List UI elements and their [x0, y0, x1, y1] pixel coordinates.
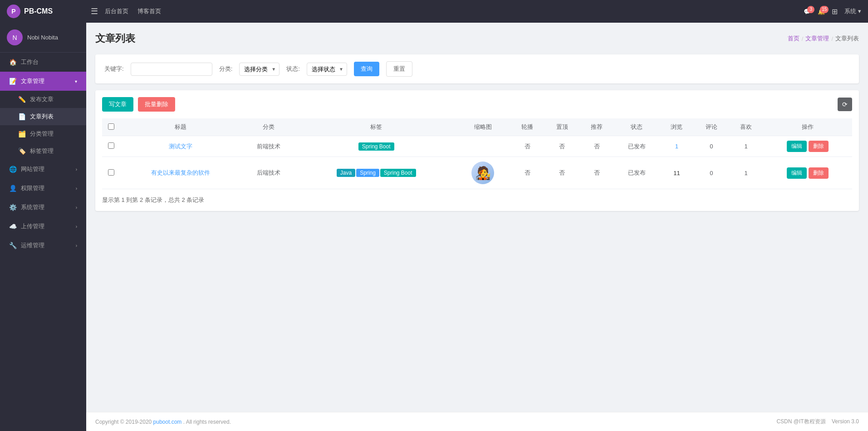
thumbnail-image: 🧑‍🎤: [471, 162, 494, 184]
row-checkbox-1[interactable]: [108, 169, 114, 176]
sidebar-item-publish-article[interactable]: ✏️ 发布文章: [0, 91, 86, 108]
sidebar-item-article-mgmt[interactable]: 📝 文章管理 ▾: [0, 72, 86, 91]
app-name: PB-CMS: [24, 7, 53, 15]
sidebar-label-workbench: 工作台: [21, 58, 77, 66]
sidebar-item-category-mgmt[interactable]: 🗂️ 分类管理: [0, 125, 86, 142]
search-input[interactable]: [131, 63, 212, 76]
sidebar-item-workbench[interactable]: 🏠 工作台: [0, 53, 86, 72]
th-checkbox: [102, 118, 120, 136]
th-category: 分类: [240, 118, 297, 136]
breadcrumb-sep-2: /: [831, 35, 833, 42]
chevron-right-icon-3: ›: [76, 205, 77, 210]
article-title-0[interactable]: 测试文字: [169, 143, 192, 150]
views-count-0: 1: [675, 143, 678, 150]
edit-button-1[interactable]: 编辑: [787, 167, 807, 179]
th-actions: 操作: [763, 118, 852, 136]
sidebar: N Nobi Nobita 🏠 工作台 📝 文章管理 ▾ ✏️ 发布文章 📄 文…: [0, 23, 86, 431]
keyword-label: 关键字:: [104, 65, 124, 73]
sticky-0: 否: [545, 136, 579, 157]
nav-admin-home[interactable]: 后台首页: [105, 7, 128, 15]
status-select[interactable]: 选择状态 已发布 草稿: [307, 63, 347, 76]
search-button[interactable]: 查询: [354, 62, 379, 76]
article-table: 标题 分类 标签 缩略图 轮播 置顶 推荐 状态 浏览 评论 喜欢 操作: [102, 118, 852, 189]
system-icon: ⚙️: [9, 204, 16, 211]
sidebar-item-system-mgmt[interactable]: ⚙️ 系统管理 ›: [0, 198, 86, 217]
select-all-checkbox[interactable]: [108, 123, 114, 130]
hamburger-icon[interactable]: ☰: [91, 6, 98, 16]
edit-button-0[interactable]: 编辑: [787, 141, 807, 152]
search-bar: 关键字: 分类: 选择分类 前端技术 后端技术 状态: 选择状态 已发布 草稿: [95, 54, 859, 83]
write-article-button[interactable]: 写文章: [102, 97, 133, 112]
sidebar-label-category: 分类管理: [30, 130, 77, 138]
sidebar-label-upload: 上传管理: [21, 222, 71, 230]
status-0: 已发布: [614, 136, 659, 157]
breadcrumb-article-mgmt[interactable]: 文章管理: [805, 34, 829, 43]
tag-label: Spring: [356, 169, 379, 177]
edit-icon: ✏️: [18, 96, 25, 103]
category-select[interactable]: 选择分类 前端技术 后端技术: [239, 63, 280, 76]
sidebar-label-system: 系统管理: [21, 203, 71, 211]
th-carousel: 轮播: [510, 118, 544, 136]
sidebar-item-devops-mgmt[interactable]: 🔧 运维管理 ›: [0, 236, 86, 255]
site-icon: 🌐: [9, 166, 16, 173]
article-title-1[interactable]: 有史以来最复杂的软件: [151, 169, 210, 176]
user-name: Nobi Nobita: [27, 34, 58, 41]
batch-delete-button[interactable]: 批量删除: [138, 97, 175, 112]
message-count: 15: [820, 6, 829, 13]
article-icon: 📝: [9, 78, 16, 85]
delete-button-1[interactable]: 删除: [809, 167, 829, 179]
system-menu[interactable]: 系统 ▾: [844, 7, 861, 15]
sidebar-user: N Nobi Nobita: [0, 23, 86, 53]
footer: Copyright © 2019-2020 puboot.com . All r…: [86, 412, 868, 431]
footer-link[interactable]: puboot.com: [153, 419, 182, 425]
thumbnail-0: [456, 136, 510, 157]
th-tags: 标签: [297, 118, 456, 136]
th-comments: 评论: [694, 118, 729, 136]
likes-0: 1: [729, 136, 763, 157]
delete-button-0[interactable]: 删除: [809, 141, 829, 152]
sidebar-label-devops: 运维管理: [21, 241, 71, 250]
table-row: 有史以来最复杂的软件后端技术JavaSpringSpring Boot🧑‍🎤否否…: [102, 157, 852, 189]
sidebar-item-tag-mgmt[interactable]: 🏷️ 标签管理: [0, 142, 86, 160]
article-tags-1: JavaSpringSpring Boot: [297, 157, 456, 189]
carousel-1: 否: [510, 157, 544, 189]
footer-version: CSDN @IT教程资源 Version 3.0: [776, 418, 859, 426]
sidebar-item-site-mgmt[interactable]: 🌐 网站管理 ›: [0, 160, 86, 179]
refresh-button[interactable]: ⟳: [838, 98, 852, 111]
upload-icon: ☁️: [9, 223, 16, 230]
notification-bell[interactable]: 💬 3: [804, 8, 811, 15]
pagination-info: 显示第 1 到第 2 条记录，总共 2 条记录: [102, 196, 852, 204]
toolbar-left: 写文章 批量删除: [102, 97, 175, 112]
breadcrumb-home[interactable]: 首页: [788, 34, 799, 43]
chevron-right-icon-2: ›: [76, 186, 77, 191]
likes-1: 1: [729, 157, 763, 189]
tag-label: Spring Boot: [358, 142, 394, 151]
tag-label: Spring Boot: [380, 169, 416, 177]
grid-icon[interactable]: ⊞: [832, 7, 838, 16]
reset-button[interactable]: 重置: [386, 61, 412, 77]
status-select-wrapper: 选择状态 已发布 草稿: [307, 63, 347, 76]
sidebar-item-upload-mgmt[interactable]: ☁️ 上传管理 ›: [0, 217, 86, 236]
sidebar-label-article-mgmt: 文章管理: [21, 77, 70, 85]
row-checkbox-0[interactable]: [108, 142, 114, 149]
chevron-right-icon-5: ›: [76, 243, 77, 248]
header-nav: 后台首页 博客首页: [105, 7, 804, 15]
chevron-right-icon-4: ›: [76, 224, 77, 229]
thumbnail-1: 🧑‍🎤: [456, 157, 510, 189]
sidebar-label-tag: 标签管理: [30, 147, 77, 155]
sticky-1: 否: [545, 157, 579, 189]
permission-icon: 👤: [9, 185, 16, 192]
actions-0: 编辑 删除: [763, 136, 852, 157]
tag-label: Java: [337, 169, 355, 177]
chevron-right-icon: ›: [76, 167, 77, 172]
actions-1: 编辑 删除: [763, 157, 852, 189]
sidebar-item-article-list[interactable]: 📄 文章列表: [0, 108, 86, 125]
avatar: N: [7, 29, 23, 45]
status-1: 已发布: [614, 157, 659, 189]
home-icon: 🏠: [9, 59, 16, 66]
refresh-icon: ⟳: [842, 101, 848, 108]
message-icon-wrapper[interactable]: 🔔 15: [818, 8, 825, 15]
sidebar-item-permission-mgmt[interactable]: 👤 权限管理 ›: [0, 179, 86, 198]
nav-blog-home[interactable]: 博客首页: [137, 7, 161, 15]
th-thumbnail: 缩略图: [456, 118, 510, 136]
